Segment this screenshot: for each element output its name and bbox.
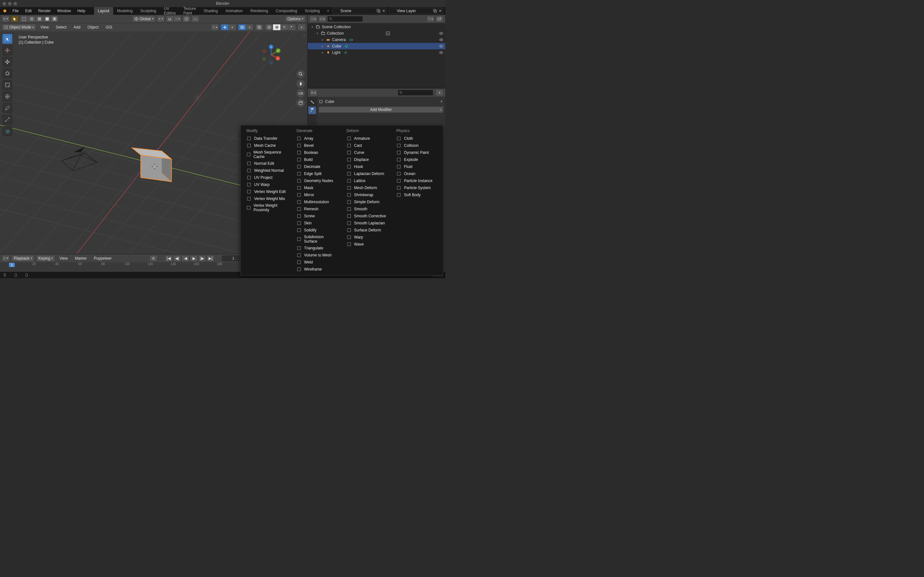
modifier-mesh-deform[interactable]: Mesh Deform (344, 184, 390, 191)
jump-prev-keyframe-button[interactable]: ◀| (173, 255, 181, 261)
proportional-falloff-dropdown[interactable] (192, 16, 199, 22)
workspace-tab-layout[interactable]: Layout (94, 7, 113, 15)
properties-options-button[interactable]: ▾ (436, 89, 443, 96)
modifier-uv-project[interactable]: UV Project (244, 174, 290, 181)
modifier-armature[interactable]: Armature (344, 135, 390, 142)
modifier-geometry-nodes[interactable]: Geometry Nodes (294, 177, 340, 184)
shading-options-dropdown[interactable]: ▾ (298, 24, 305, 31)
tool-annotate[interactable] (3, 103, 12, 113)
tool-measure[interactable] (3, 115, 12, 124)
collapse-sidebar-handle[interactable]: ‹ (304, 32, 307, 39)
workspace-tab-animation[interactable]: Animation (222, 7, 246, 15)
select-menu[interactable]: Select (53, 24, 69, 31)
properties-search-input[interactable] (398, 90, 433, 95)
modifier-warp[interactable]: Warp (344, 234, 390, 241)
jump-next-keyframe-button[interactable]: |▶ (198, 255, 206, 261)
view-menu[interactable]: View (38, 24, 51, 31)
modifier-laplacian-deform[interactable]: Laplacian Deform (344, 170, 390, 177)
snap-toggle[interactable] (166, 16, 174, 22)
select-mode-invert[interactable] (51, 16, 58, 22)
modifier-weld[interactable]: Weld (294, 259, 340, 266)
modifier-uv-warp[interactable]: UV Warp (244, 181, 290, 188)
remove-viewlayer-button[interactable]: ✕ (438, 8, 443, 13)
outliner-editor-type-dropdown[interactable]: ▾ (310, 16, 317, 22)
add-workspace-button[interactable]: + (325, 8, 332, 14)
modifier-explode[interactable]: Explode (394, 156, 440, 163)
visibility-toggle[interactable] (439, 44, 443, 48)
modifier-soft-body[interactable]: Soft Body (394, 191, 440, 198)
jump-to-end-button[interactable]: ▶| (207, 255, 214, 261)
add-modifier-button[interactable]: Add Modifier (318, 106, 443, 113)
transform-orientation-dropdown[interactable]: Global▾ (132, 16, 156, 22)
add-menu[interactable]: Add (71, 24, 83, 31)
modifier-collision[interactable]: Collision (394, 142, 440, 149)
modifier-vertex-weight-proximity[interactable]: Vertex Weight Proximity (244, 202, 290, 213)
modifier-vertex-weight-edit[interactable]: Vertex Weight Edit (244, 188, 290, 195)
keying-menu[interactable]: Keying▾ (36, 255, 55, 261)
outliner-row-collection[interactable]: ▾Collection (308, 30, 445, 37)
camera-view-button[interactable] (296, 89, 305, 97)
tool-add-cube[interactable] (3, 126, 12, 136)
workspace-tab-compositing[interactable]: Compositing (272, 7, 301, 15)
timeline-view-menu[interactable]: View (57, 255, 70, 261)
xray-toggle[interactable] (255, 24, 263, 31)
modifier-smooth-corrective[interactable]: Smooth Corrective (344, 213, 390, 219)
modifier-boolean[interactable]: Boolean (294, 149, 340, 156)
properties-editor-type-dropdown[interactable]: ▾ (310, 89, 317, 96)
options-dropdown[interactable]: Options▾ (285, 16, 305, 22)
timeline-editor-type-dropdown[interactable]: ▾ (2, 255, 10, 261)
outliner-display-mode-dropdown[interactable]: ▾ (318, 16, 326, 22)
tool-scale[interactable] (3, 80, 12, 90)
modifier-bevel[interactable]: Bevel (294, 142, 340, 149)
menu-edit[interactable]: Edit (22, 8, 35, 14)
modifier-mask[interactable]: Mask (294, 184, 340, 191)
new-scene-button[interactable]: ✕ (381, 8, 386, 13)
modifier-array[interactable]: Array (294, 135, 340, 142)
browse-viewlayer-button[interactable] (433, 8, 438, 13)
box-select-tool-button[interactable] (11, 16, 19, 22)
menu-help[interactable]: Help (74, 8, 88, 14)
modifier-edge-split[interactable]: Edge Split (294, 170, 340, 177)
modifier-lattice[interactable]: Lattice (344, 177, 390, 184)
mode-dropdown[interactable]: Object Mode▾ (2, 24, 36, 31)
tool-select-box[interactable] (3, 34, 12, 44)
select-mode-new[interactable] (20, 16, 27, 22)
visibility-toggle[interactable] (439, 50, 443, 55)
workspace-tab-rendering[interactable]: Rendering (246, 7, 272, 15)
menu-file[interactable]: File (10, 8, 21, 14)
perspective-toggle-button[interactable] (296, 99, 305, 107)
shading-wireframe[interactable] (265, 24, 273, 31)
outliner-new-collection-button[interactable] (436, 16, 443, 22)
exclude-checkbox[interactable] (386, 31, 390, 35)
modifier-wave[interactable]: Wave (344, 241, 390, 248)
select-mode-subtract[interactable] (35, 16, 43, 22)
modifier-dynamic-paint[interactable]: Dynamic Paint (394, 149, 440, 156)
pivot-point-dropdown[interactable]: ▾ (157, 16, 165, 22)
visibility-toggle[interactable] (439, 31, 443, 35)
tool-cursor[interactable] (3, 45, 12, 55)
modifier-decimate[interactable]: Decimate (294, 163, 340, 170)
prop-tab-tool[interactable] (309, 98, 316, 106)
modifier-build[interactable]: Build (294, 156, 340, 163)
modifier-skin[interactable]: Skin (294, 219, 340, 227)
modifier-normal-edit[interactable]: Normal Edit (244, 160, 290, 167)
modifier-screw[interactable]: Screw (294, 213, 340, 219)
play-button[interactable]: ▶ (190, 255, 198, 261)
snap-target-dropdown[interactable]: ▾ (174, 16, 181, 22)
modifier-mesh-sequence-cache[interactable]: Mesh Sequence Cache (244, 149, 290, 160)
workspace-tab-sculpting[interactable]: Sculpting (136, 7, 160, 15)
proportional-editing-toggle[interactable] (183, 16, 190, 22)
playback-menu[interactable]: Playback▾ (11, 255, 34, 261)
modifier-vertex-weight-mix[interactable]: Vertex Weight Mix (244, 195, 290, 202)
tool-transform[interactable] (3, 92, 12, 101)
tool-move[interactable] (3, 57, 12, 67)
modifier-ocean[interactable]: Ocean (394, 170, 440, 177)
orientation-gizmo[interactable]: X Y Z (260, 44, 282, 65)
select-mode-extend[interactable] (27, 16, 35, 22)
jump-to-start-button[interactable]: |◀ (165, 255, 173, 261)
workspace-tab-shading[interactable]: Shading (200, 7, 222, 15)
show-overlays-toggle[interactable] (238, 24, 246, 31)
workspace-tab-scripting[interactable]: Scripting (301, 7, 324, 15)
modifier-particle-system[interactable]: Particle System (394, 184, 440, 191)
modifier-mirror[interactable]: Mirror (294, 191, 340, 198)
